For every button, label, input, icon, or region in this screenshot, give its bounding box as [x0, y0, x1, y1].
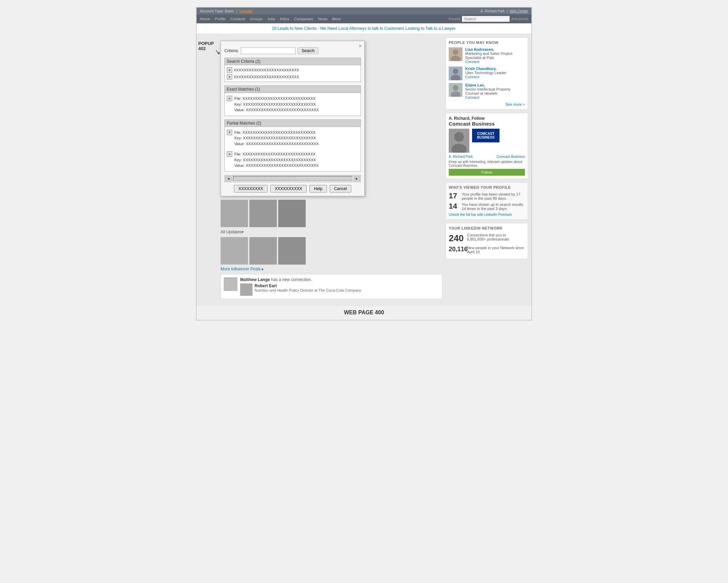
person-2-info: Krish Chaudhury, Uber Technology Leader …	[465, 67, 506, 79]
connection-details: Robert Earl Nutrition and Health Policy …	[255, 283, 361, 296]
ad-avatar	[449, 129, 469, 153]
poster-name: Matthew Lange	[240, 277, 270, 282]
upgrade-link[interactable]: Upgrade	[239, 9, 252, 13]
all-updates-container: All Updates▾	[221, 229, 442, 234]
views-desc: Your profile has been viewed by 17 peopl…	[462, 192, 525, 200]
person-2-title: Uber Technology Leader	[465, 71, 506, 75]
ad-names-row: A. Richard Park Comcast Business	[449, 155, 525, 159]
ad-right-content: COMCAST BUSINESS	[472, 129, 500, 153]
person-1-avatar	[449, 47, 462, 61]
nav-contacts[interactable]: Contacts	[231, 17, 245, 21]
popup-arrow-line: ↘	[215, 48, 221, 56]
nav-companies[interactable]: Companies	[294, 17, 313, 21]
ad-description: Keep up with interesting, relevant updat…	[449, 160, 525, 167]
ad-follow-button[interactable]: Follow	[449, 169, 525, 176]
remove-exact-match-button[interactable]: ×	[227, 96, 232, 101]
partial-match-1-file: File: XXXXXXXXXXXXXXXXXXXXXXXXXXXXX	[234, 130, 319, 136]
remove-criteria-2-button[interactable]: ×	[227, 74, 232, 80]
exact-matches-content: × File: XXXXXXXXXXXXXXXXXXXXXXXXXXXXX Ke…	[225, 93, 361, 116]
criteria-item-1: × XXXXXXXXXXXXXXXXXXXXXXXXXX	[227, 67, 359, 73]
more-influencer-container: More Influencer Posts ▸	[221, 267, 442, 271]
person-1-title: Marketing and Sales Project Specialist a…	[465, 51, 525, 60]
popup-dialog: × Criteria: Search Search Criteria (2) ×…	[221, 41, 365, 196]
nav-search-input[interactable]	[462, 16, 510, 22]
user-name: A. Richard Park	[481, 9, 505, 13]
nav-more[interactable]: More	[332, 17, 341, 21]
poster-avatar	[224, 277, 237, 291]
remove-partial-match-2-button[interactable]: ×	[227, 151, 232, 157]
nav-home[interactable]: Home	[200, 17, 210, 21]
more-influencer-link[interactable]: More Influencer Posts ▸	[221, 267, 264, 271]
criteria-text-1: XXXXXXXXXXXXXXXXXXXXXXXXXX	[234, 68, 299, 72]
criteria-text-2: XXXXXXXXXXXXXXXXXXXXXXXXXX	[234, 75, 299, 79]
banner-link[interactable]: 10 Leads to New Clients - We Need Local …	[272, 26, 456, 31]
search-button[interactable]: Search	[298, 47, 318, 54]
scroll-right-button[interactable]: ►	[354, 176, 360, 181]
person-3-connect[interactable]: Connect	[465, 95, 525, 100]
ad-logo-line1: COMCAST	[477, 132, 495, 136]
svg-point-10	[454, 132, 464, 142]
grid-image-2	[249, 237, 277, 265]
help-link[interactable]: Help Center	[510, 9, 528, 13]
post-content: Matthew Lange has a new connection. Robe…	[240, 277, 361, 296]
partial-matches-section: Partial Matches (2) × File: XXXXXXXXXXXX…	[224, 119, 361, 172]
svg-point-4	[453, 69, 458, 74]
help-button[interactable]: Help	[309, 185, 327, 193]
connections-desc: Connections link you to 6,801,658+ profe…	[467, 233, 525, 241]
partial-match-2-key: Key: XXXXXXXXXXXXXXXXXXXXXXXXXXXXX	[234, 157, 319, 163]
horizontal-scrollbar[interactable]: ◄ ►	[224, 175, 361, 182]
person-item-1: Lisa Andreasen, Marketing and Sales Proj…	[449, 47, 525, 64]
cancel-button[interactable]: Cancel	[330, 185, 351, 193]
ad-inner: COMCAST BUSINESS	[449, 129, 525, 153]
ad-logo: COMCAST BUSINESS	[472, 129, 500, 142]
network-title: YOUR LINKEDIN NETWORK	[449, 226, 525, 230]
account-type-label: Account Type: Basic	[200, 9, 234, 13]
connection-title: Nutrition and Health Policy Director at …	[255, 288, 361, 292]
separator2: |	[507, 9, 508, 13]
search-criteria-section: Search Criteria (2) × XXXXXXXXXXXXXXXXXX…	[224, 58, 361, 82]
scroll-left-button[interactable]: ◄	[225, 176, 232, 181]
person-1-info: Lisa Andreasen, Marketing and Sales Proj…	[465, 47, 525, 64]
ad-person-name: A. Richard Park	[449, 155, 473, 159]
feed-area: POPUP 402 ↘ × Criteria: Search Search Cr…	[200, 37, 442, 302]
linkedin-network-section: YOUR LINKEDIN NETWORK 240 Connections li…	[446, 223, 528, 259]
feed-below-popup: All Updates▾ More Influencer Posts ▸	[221, 200, 442, 299]
person-2-avatar-svg	[449, 67, 462, 80]
person-1-avatar-svg	[449, 47, 462, 61]
new-people-count: 20,116	[449, 246, 464, 253]
ad-follow-text: A. Richard, Follow	[449, 116, 485, 121]
unlock-link[interactable]: Unlock the full bar with LinkedIn Premiu…	[449, 213, 525, 217]
nav-profile[interactable]: Profile	[215, 17, 225, 21]
see-more-link[interactable]: See more »	[449, 102, 525, 106]
feed-post-inner: Matthew Lange has a new connection. Robe…	[224, 277, 439, 296]
criteria-input[interactable]	[241, 47, 296, 54]
scroll-track[interactable]	[233, 176, 352, 181]
person-3-avatar	[449, 83, 462, 97]
people-section-title: PEOPLE YOU MAY KNOW	[449, 40, 525, 45]
action-btn-2[interactable]: XXXXXXXXXX	[270, 185, 307, 193]
person-2-connect[interactable]: Connect	[465, 75, 506, 79]
nav-inbox[interactable]: Inbox	[280, 17, 289, 21]
banner: 10 Leads to New Clients - We Need Local …	[197, 23, 531, 34]
person-1-connect[interactable]: Connect	[465, 60, 525, 64]
ad-company-link[interactable]: Comcast Business	[496, 155, 525, 159]
nav-jobs[interactable]: Jobs	[267, 17, 275, 21]
all-updates-button[interactable]: All Updates▾	[221, 230, 244, 234]
person-1-name: Lisa Andreasen,	[465, 47, 525, 51]
views-title: WHO'S VIEWED YOUR PROFILE	[449, 185, 525, 189]
new-people-stat: 20,116 New people in your Network since …	[449, 246, 525, 254]
main-content: POPUP 402 ↘ × Criteria: Search Search Cr…	[197, 34, 531, 305]
close-button[interactable]: ×	[359, 43, 362, 49]
ad-section: A. Richard, Follow Comcast Business COMC…	[446, 113, 528, 179]
advanced-link[interactable]: Advanced	[511, 17, 528, 21]
feed-post: Matthew Lange has a new connection. Robe…	[221, 274, 442, 299]
action-btn-1[interactable]: XXXXXXXXX	[234, 185, 268, 193]
top-navbar: Account Type: Basic | Upgrade A. Richard…	[197, 8, 531, 14]
people-you-may-know-section: PEOPLE YOU MAY KNOW Lisa Andreasen, Mark…	[446, 37, 528, 109]
remove-criteria-1-button[interactable]: ×	[227, 67, 232, 73]
profile-images-grid	[221, 200, 442, 227]
nav-groups[interactable]: Groups	[250, 17, 262, 21]
nav-news[interactable]: News	[318, 17, 328, 21]
ad-avatar-svg	[449, 129, 469, 153]
remove-partial-match-1-button[interactable]: ×	[227, 130, 232, 135]
